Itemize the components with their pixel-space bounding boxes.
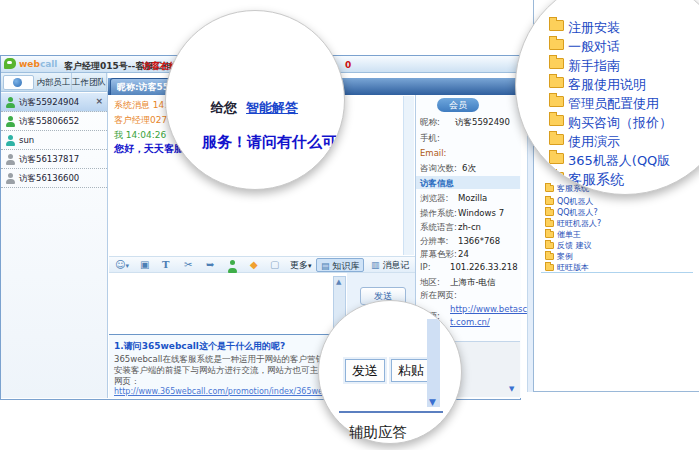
knowledge-base-label: 知识库 bbox=[332, 261, 359, 271]
close-icon[interactable]: × bbox=[95, 96, 103, 106]
folder-icon bbox=[549, 58, 564, 69]
knowledge-base-button[interactable]: ▤ 知识库 bbox=[316, 258, 364, 272]
message-history-icon: ▥ bbox=[371, 260, 380, 270]
more-menu[interactable]: 更多▾ bbox=[286, 258, 316, 272]
font-icon[interactable]: T bbox=[162, 259, 169, 270]
app-logo: webcall bbox=[19, 59, 57, 69]
folder-icon bbox=[549, 153, 564, 164]
kb-folder[interactable]: 365机器人(QQ版 bbox=[568, 152, 670, 170]
folder-icon bbox=[549, 39, 564, 50]
tree-item[interactable]: 反馈 建议 bbox=[545, 240, 592, 251]
screen-cut-icon[interactable]: ✂ bbox=[184, 259, 192, 270]
visitor-info-section-title: 访客信息 bbox=[420, 178, 454, 190]
visitor-row[interactable]: 访客56136600 bbox=[1, 169, 107, 188]
tab-internal-staff[interactable]: 内部员工 bbox=[36, 73, 72, 92]
scroll-up-icon: ▲ bbox=[336, 278, 341, 286]
field-label: 地区: bbox=[420, 277, 440, 289]
tree-item-label: 反馈 建议 bbox=[557, 241, 592, 250]
person-offline-icon bbox=[6, 173, 15, 184]
tree-item-label: 案例 bbox=[557, 252, 573, 261]
visitor-name: 访客55924904 bbox=[19, 97, 79, 109]
magnified-divider bbox=[339, 411, 443, 413]
tree-item-label: QQ机器人 bbox=[557, 197, 594, 206]
field-label: 系统语言: bbox=[420, 222, 457, 234]
tree-item[interactable]: QQ机器人? bbox=[545, 207, 598, 218]
kb-folder[interactable]: 购买咨询（报价） bbox=[568, 114, 672, 132]
visitor-name: 访客56137817 bbox=[19, 154, 79, 166]
tree-item[interactable]: 旺旺机器人? bbox=[545, 218, 601, 229]
field-label: 浏览器: bbox=[420, 193, 448, 205]
agent-message-time: 我 14:04:26 bbox=[114, 129, 166, 142]
tab-work-team[interactable]: 工作团队 bbox=[72, 73, 107, 92]
transfer-icon[interactable]: ➥ bbox=[206, 259, 214, 270]
kb-folder[interactable]: 使用演示 bbox=[568, 133, 620, 151]
folder-icon bbox=[549, 96, 564, 107]
field-value: Mozilla bbox=[458, 193, 487, 203]
chevron-down-icon: ▾ bbox=[125, 262, 129, 270]
visitors-online-stat-fragment: 0 bbox=[345, 60, 351, 70]
folder-icon bbox=[549, 20, 564, 31]
highlight-icon[interactable]: ◆ bbox=[250, 259, 258, 270]
person-offline-icon bbox=[6, 154, 15, 165]
logo-call-text: call bbox=[40, 59, 58, 69]
scroll-down-icon[interactable]: ▼ bbox=[509, 385, 514, 393]
folder-icon bbox=[545, 185, 554, 192]
kb-folder[interactable]: 一般对话 bbox=[568, 38, 620, 56]
tree-item[interactable]: 案例 bbox=[545, 251, 573, 262]
reply-input[interactable] bbox=[109, 273, 333, 334]
magnified-send-button[interactable]: 发送 bbox=[345, 359, 385, 382]
member-tab[interactable]: 会员 bbox=[437, 98, 479, 112]
field-value: 101.226.33.218 bbox=[450, 262, 518, 272]
field-label: 手机: bbox=[420, 133, 440, 145]
image-icon[interactable]: ▣ bbox=[140, 259, 149, 270]
source-link[interactable]: http://www.betasc bbox=[450, 304, 527, 314]
field-label: 屏幕色彩: bbox=[420, 249, 457, 261]
kb-question[interactable]: 1.请问365webcall这个是干什么用的呢? bbox=[114, 340, 285, 353]
kb-folder[interactable]: 管理员配置使用 bbox=[568, 95, 659, 113]
tree-item[interactable]: 催单王 bbox=[545, 229, 581, 240]
kb-folder[interactable]: 客服使用说明 bbox=[568, 76, 646, 94]
field-value: 24 bbox=[458, 249, 469, 259]
folder-icon bbox=[549, 77, 564, 88]
knowledge-base-icon: ▤ bbox=[321, 261, 330, 271]
invite-member-icon[interactable] bbox=[228, 260, 237, 273]
field-label: 操作系统: bbox=[420, 208, 457, 220]
person-online-icon bbox=[6, 116, 15, 127]
magnified-scrollbar bbox=[427, 319, 440, 407]
visitor-name: 访客55806652 bbox=[19, 116, 79, 128]
field-value: zh-cn bbox=[458, 222, 481, 232]
smart-answer-link[interactable]: 智能解答 bbox=[246, 100, 298, 115]
magnifier-top-circle: 给您 智能解答 服务！请问有什么可以 bbox=[165, 10, 345, 190]
field-label: 咨询次数: bbox=[420, 163, 457, 175]
field-value: 上海市-电信 bbox=[450, 277, 496, 289]
visitor-name: 访客56136600 bbox=[19, 173, 79, 185]
source-link[interactable]: t.com.cn/ bbox=[450, 317, 490, 327]
field-label: Email: bbox=[420, 148, 446, 158]
kb-folder[interactable]: 注册安装 bbox=[568, 19, 620, 37]
magnified-greeting-line: 服务！请问有什么可以 bbox=[202, 133, 345, 152]
visitor-row[interactable]: 访客55924904 × bbox=[1, 93, 107, 112]
logo-web-text: web bbox=[19, 59, 40, 69]
folder-icon bbox=[545, 242, 554, 249]
tree-item-label: 催单王 bbox=[557, 230, 581, 239]
tree-item-label: 旺旺版本 bbox=[557, 263, 589, 272]
chat-bubble-logo-icon bbox=[4, 58, 16, 69]
emoticon-icon[interactable]: ☺▾ bbox=[115, 259, 129, 270]
status-circle-icon bbox=[13, 78, 22, 87]
tree-item[interactable]: QQ机器人 bbox=[545, 196, 594, 207]
visitor-row[interactable]: 访客56137817 bbox=[1, 150, 107, 169]
message-history-button[interactable]: ▥ 消息记录 bbox=[367, 258, 415, 272]
visitor-name: sun bbox=[19, 135, 34, 145]
visitor-row[interactable]: sun bbox=[1, 131, 107, 150]
folder-icon bbox=[545, 220, 554, 227]
history-window-icon[interactable]: ▢ bbox=[270, 259, 279, 270]
visitor-row[interactable]: 访客55806652 bbox=[1, 112, 107, 131]
screenshot-canvas: webcall 客户经理015号--客服工作台 访客在线数:4 0 内部员工 工… bbox=[0, 0, 699, 450]
tree-item-label: QQ机器人? bbox=[557, 208, 598, 217]
message-scrollbar[interactable] bbox=[403, 96, 414, 255]
person-away-icon bbox=[6, 135, 15, 146]
folder-icon bbox=[545, 231, 554, 238]
figure-caption: 辅助应答 bbox=[278, 423, 478, 442]
kb-folder[interactable]: 新手指南 bbox=[568, 57, 620, 75]
magnified-paste-button[interactable]: 粘贴 bbox=[391, 359, 431, 382]
